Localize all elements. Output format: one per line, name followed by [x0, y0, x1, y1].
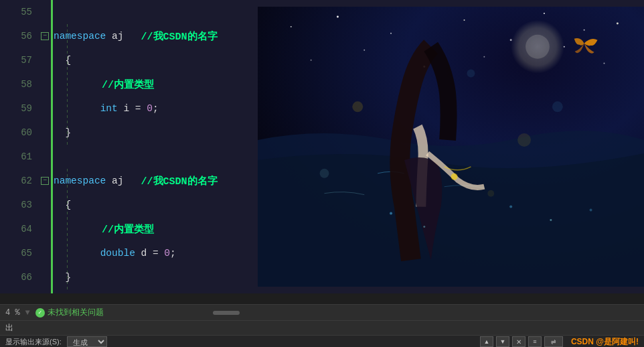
output-panel: 出 显示输出来源(S): 生成 ▲ ▼ ✕ ≡ ⇌ CSDN @是阿建叫! — [0, 320, 644, 347]
output-source-select[interactable]: 生成 — [67, 336, 107, 347]
line-num-61: 61 — [0, 151, 40, 162]
collapse-icon-62[interactable]: − — [41, 177, 49, 185]
code-line-65: 65 double d = 0 ; — [0, 241, 644, 265]
comment-inner-58: //内置类型 — [54, 78, 154, 91]
code-line-64: 64 //内置类型 — [0, 217, 644, 241]
line-num-66: 66 — [0, 272, 40, 283]
code-line-62: 62 − namespace aj //我CSDN的名字 — [0, 169, 644, 193]
code-line-58: 58 //内置类型 — [0, 72, 644, 96]
line-num-62: 62 — [0, 176, 40, 186]
comment-inner-64: //内置类型 — [54, 223, 154, 236]
output-title: 出 — [5, 322, 13, 334]
green-vertical-bar — [51, 0, 53, 293]
num-59: 0 — [147, 103, 153, 114]
code-line-55: 55 — [0, 0, 644, 24]
line-content-65: double d = 0 ; — [51, 248, 644, 259]
semi-59: ; — [153, 103, 159, 114]
line-content-58: //内置类型 — [51, 78, 644, 91]
check-icon: ✓ — [35, 308, 45, 318]
output-toolbar: ▲ ▼ ✕ ≡ ⇌ CSDN @是阿建叫! — [480, 336, 639, 348]
code-line-61: 61 — [0, 145, 644, 169]
var-59: i = — [118, 103, 147, 114]
code-line-63: 63 { — [0, 193, 644, 217]
output-header: 出 — [0, 321, 644, 336]
line-content-64: //内置类型 — [51, 223, 644, 236]
output-body: 显示输出来源(S): 生成 ▲ ▼ ✕ ≡ ⇌ CSDN @是阿建叫! — [0, 336, 644, 347]
comment-62: //我CSDN的名字 — [141, 175, 218, 188]
line-num-64: 64 — [0, 224, 40, 234]
line-num-56: 56 — [0, 31, 40, 42]
line-num-59: 59 — [0, 103, 40, 114]
line-indicator-56[interactable]: − — [40, 32, 51, 40]
output-btn-up[interactable]: ▲ — [480, 336, 493, 347]
line-content-56: namespace aj //我CSDN的名字 — [51, 30, 644, 43]
brace-close-60: } — [54, 127, 71, 138]
brace-open-57: { — [54, 55, 71, 66]
csdn-badge: CSDN @是阿建叫! — [571, 336, 639, 348]
line-num-58: 58 — [0, 79, 40, 90]
output-btn-down[interactable]: ▼ — [496, 336, 509, 347]
line-num-57: 57 — [0, 55, 40, 66]
kw-namespace-62: namespace — [54, 176, 106, 186]
code-line-56: 56 − namespace aj //我CSDN的名字 — [0, 24, 644, 48]
kw-double-65: double — [100, 248, 135, 259]
var-65: d = — [135, 248, 165, 259]
line-num-60: 60 — [0, 127, 40, 138]
brace-close-66: } — [54, 272, 71, 283]
scroll-thumb[interactable] — [213, 311, 240, 315]
space-62: aj — [106, 176, 141, 186]
indent-59 — [54, 103, 100, 114]
code-line-60: 60 } — [0, 121, 644, 145]
output-btn-wrap[interactable]: ⇌ — [544, 336, 563, 347]
line-num-55: 55 — [0, 7, 40, 17]
output-btn-list[interactable]: ≡ — [528, 336, 542, 347]
line-content-63: { — [51, 200, 644, 210]
line-content-57: { — [51, 55, 644, 66]
line-content-62: namespace aj //我CSDN的名字 — [51, 175, 644, 188]
status-bar: 4 % ▼ ✓ 未找到相关问题 — [0, 304, 644, 320]
indent-65 — [54, 248, 100, 259]
no-issues-indicator: ✓ 未找到相关问题 — [35, 307, 104, 318]
no-issues-text: 未找到相关问题 — [48, 307, 104, 318]
editor-area: 55 56 − namespace aj //我CSDN的名字 57 { — [0, 0, 644, 293]
line-indicator-62[interactable]: − — [40, 177, 51, 185]
code-line-66: 66 } — [0, 265, 644, 289]
collapse-icon-56[interactable]: − — [41, 32, 49, 40]
kw-int-59: int — [100, 103, 118, 114]
line-content-60: } — [51, 127, 644, 138]
space-56: aj — [106, 31, 141, 42]
output-source-label: 显示输出来源(S): — [5, 337, 62, 347]
line-content-66: } — [51, 272, 644, 283]
kw-namespace-56: namespace — [54, 31, 106, 42]
code-line-57: 57 { — [0, 48, 644, 72]
status-separator: ▼ — [25, 308, 30, 318]
line-num-63: 63 — [0, 200, 40, 210]
code-editor: 55 56 − namespace aj //我CSDN的名字 57 { — [0, 0, 644, 293]
horizontal-scrollbar[interactable] — [208, 305, 644, 320]
comment-56: //我CSDN的名字 — [141, 30, 218, 43]
semi-65: ; — [170, 248, 176, 259]
line-content-59: int i = 0 ; — [51, 103, 644, 114]
line-num-65: 65 — [0, 248, 40, 259]
zoom-level: 4 % — [5, 308, 20, 318]
output-btn-stop[interactable]: ✕ — [512, 336, 526, 347]
num-65: 0 — [164, 248, 170, 259]
code-line-59: 59 int i = 0 ; — [0, 96, 644, 121]
brace-open-63: { — [54, 200, 71, 210]
